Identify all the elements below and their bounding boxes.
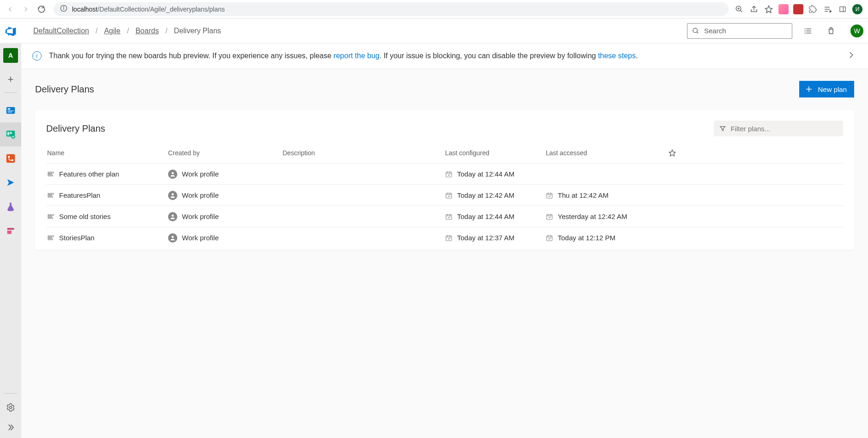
svg-rect-22 xyxy=(8,108,10,110)
sidebar-item-overview[interactable] xyxy=(0,98,21,122)
filter-plans-input[interactable] xyxy=(714,121,843,136)
sidebar-item-testplans[interactable] xyxy=(0,195,21,219)
browser-actions: И xyxy=(734,4,864,14)
new-plan-label: New plan xyxy=(818,85,847,93)
col-header-created[interactable]: Created by xyxy=(168,149,283,158)
breadcrumb-boards[interactable]: Boards xyxy=(135,27,159,35)
table-row[interactable]: Some old storiesWork profileToday at 12:… xyxy=(46,206,843,227)
svg-rect-75 xyxy=(446,236,452,241)
search-input[interactable]: Search xyxy=(687,23,792,39)
svg-point-28 xyxy=(11,134,15,139)
svg-rect-67 xyxy=(547,214,552,219)
left-sidebar: A + xyxy=(0,43,21,438)
cell-last-configured: Today at 12:44 AM xyxy=(445,170,546,178)
info-icon: i xyxy=(32,51,42,61)
cell-name: FeaturesPlan xyxy=(46,191,168,199)
svg-point-2 xyxy=(63,6,64,7)
filter-icon xyxy=(719,125,726,132)
plans-card: Delivery Plans Name Created by Descripti… xyxy=(35,110,854,250)
cell-created-by: Work profile xyxy=(168,212,283,221)
browser-profile-avatar[interactable]: И xyxy=(852,4,862,14)
app-header: DefaultCollection / Agile / Boards / Del… xyxy=(0,18,868,43)
svg-rect-79 xyxy=(547,236,552,241)
bookmark-star-icon[interactable] xyxy=(764,4,774,14)
svg-point-19 xyxy=(805,30,805,31)
col-header-description[interactable]: Description xyxy=(283,149,445,158)
svg-rect-41 xyxy=(48,175,53,176)
breadcrumb-separator: / xyxy=(165,27,167,35)
col-header-favorite[interactable] xyxy=(658,149,686,158)
banner-next-icon[interactable] xyxy=(845,50,857,62)
settings-gear-icon[interactable] xyxy=(6,403,15,414)
col-header-last-configured[interactable]: Last configured xyxy=(445,149,546,158)
azure-devops-logo-icon[interactable] xyxy=(4,24,18,38)
site-info-icon[interactable] xyxy=(60,5,67,13)
extensions-puzzle-icon[interactable] xyxy=(808,4,818,14)
user-avatar[interactable]: W xyxy=(850,24,863,37)
browser-back-button[interactable] xyxy=(4,3,17,16)
breadcrumb-separator: / xyxy=(96,27,97,35)
new-plan-button[interactable]: New plan xyxy=(799,81,854,97)
svg-line-14 xyxy=(697,32,698,33)
table-row[interactable]: FeaturesPlanWork profileToday at 12:42 A… xyxy=(46,184,843,206)
svg-rect-59 xyxy=(48,214,54,215)
table-row[interactable]: StoriesPlanWork profileToday at 12:37 AM… xyxy=(46,227,843,248)
extension-icon-1[interactable] xyxy=(778,4,789,14)
svg-rect-23 xyxy=(8,110,14,111)
svg-rect-49 xyxy=(48,196,53,197)
banner-text: Thank you for trying the new boards hub … xyxy=(49,52,838,60)
svg-rect-26 xyxy=(7,132,10,135)
svg-point-13 xyxy=(693,28,697,32)
breadcrumb-separator: / xyxy=(127,27,129,35)
sidebar-item-boards[interactable] xyxy=(0,122,21,146)
cell-created-by: Work profile xyxy=(168,191,283,200)
svg-rect-11 xyxy=(840,6,845,12)
sidebar-item-pipelines[interactable] xyxy=(0,170,21,195)
svg-rect-33 xyxy=(7,231,12,234)
report-bug-link[interactable]: report the bug xyxy=(333,52,380,60)
svg-rect-43 xyxy=(446,172,452,177)
table-header: Name Created by Description Last configu… xyxy=(46,145,843,163)
svg-marker-7 xyxy=(766,6,772,12)
browser-chrome: localhost/DefaultCollection/Agile/_deliv… xyxy=(0,0,868,18)
zoom-icon[interactable] xyxy=(734,4,744,14)
svg-rect-72 xyxy=(48,237,52,238)
table-row[interactable]: Features other planWork profileToday at … xyxy=(46,163,843,184)
breadcrumb-collection[interactable]: DefaultCollection xyxy=(33,27,89,35)
sidebar-divider xyxy=(4,393,17,394)
breadcrumb-project[interactable]: Agile xyxy=(104,27,121,35)
svg-rect-39 xyxy=(48,172,54,173)
browser-reload-icon[interactable] xyxy=(35,3,48,16)
cell-name: StoriesPlan xyxy=(46,234,168,242)
these-steps-link[interactable]: these steps xyxy=(598,52,636,60)
sidebar-item-repos[interactable] xyxy=(0,146,21,170)
filter-plans-field[interactable] xyxy=(730,125,838,133)
panel-icon[interactable] xyxy=(838,4,848,14)
sidebar-item-artifacts[interactable] xyxy=(0,219,21,243)
plans-table: Name Created by Description Last configu… xyxy=(46,145,843,248)
col-header-last-accessed[interactable]: Last accessed xyxy=(546,149,658,158)
add-button[interactable]: + xyxy=(3,72,18,87)
project-tile[interactable]: A xyxy=(3,48,18,63)
svg-rect-24 xyxy=(8,112,12,113)
main-content: i Thank you for trying the new boards hu… xyxy=(21,43,868,438)
browser-forward-button[interactable] xyxy=(19,3,32,16)
col-header-name[interactable]: Name xyxy=(46,149,168,158)
svg-rect-60 xyxy=(48,216,52,217)
browser-url-bar[interactable]: localhost/DefaultCollection/Agile/_deliv… xyxy=(54,2,729,16)
share-icon[interactable] xyxy=(749,4,759,14)
url-text: localhost/DefaultCollection/Agile/_deliv… xyxy=(72,6,225,13)
svg-point-42 xyxy=(172,172,174,174)
svg-rect-32 xyxy=(7,228,14,230)
svg-point-74 xyxy=(172,236,174,238)
svg-rect-48 xyxy=(48,195,52,195)
list-view-icon[interactable] xyxy=(801,24,815,38)
page-title: Delivery Plans xyxy=(35,84,94,95)
cell-last-configured: Today at 12:42 AM xyxy=(445,191,546,199)
playlist-icon[interactable] xyxy=(823,4,833,14)
extension-icon-2[interactable] xyxy=(793,4,803,14)
expand-sidebar-icon[interactable] xyxy=(6,423,15,433)
shopping-bag-icon[interactable] xyxy=(824,24,838,38)
svg-rect-47 xyxy=(48,193,54,194)
svg-point-50 xyxy=(172,193,174,195)
